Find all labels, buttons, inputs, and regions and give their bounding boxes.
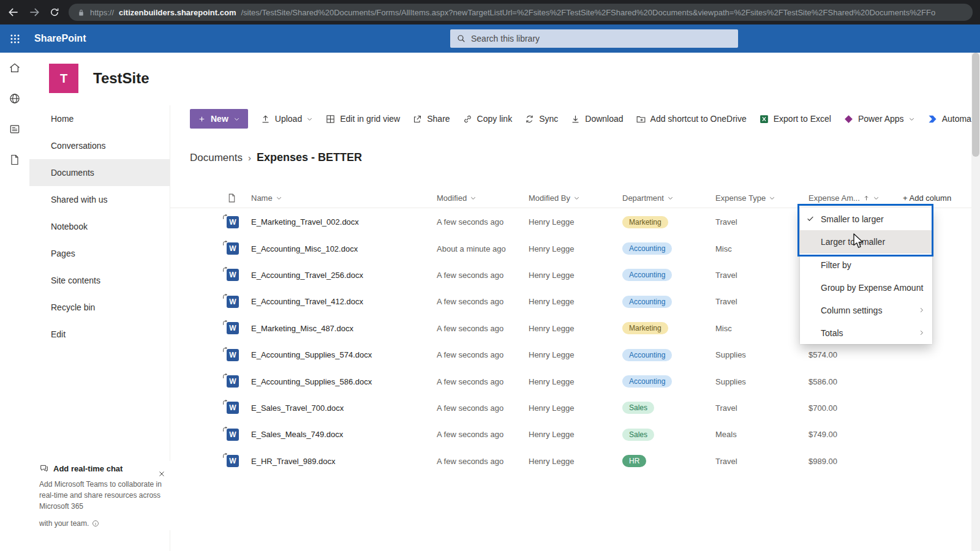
modified-by-cell[interactable]: Henry Legge (529, 271, 622, 280)
close-icon[interactable] (157, 470, 166, 478)
table-row[interactable]: WE_Sales_Meals_749.docxA few seconds ago… (170, 421, 971, 448)
file-name[interactable]: E_Accounting_Travel_412.docx (251, 297, 437, 306)
menu-item-filter-by[interactable]: Filter by (800, 253, 932, 276)
toolbar-automat[interactable]: Automat (927, 114, 971, 124)
table-row[interactable]: WE_HR_Travel_989.docxA few seconds agoHe… (170, 448, 971, 474)
breadcrumb-documents[interactable]: Documents (190, 152, 243, 164)
suite-bar: SharePoint (0, 24, 980, 53)
column-header-name[interactable]: Name (251, 193, 437, 203)
chevron-down-icon (470, 195, 477, 201)
file-name[interactable]: E_Sales_Meals_749.docx (251, 430, 437, 439)
modified-cell: A few seconds ago (437, 350, 529, 359)
automate-icon (927, 114, 938, 124)
sidebar-item-shared-with-us[interactable]: Shared with us (29, 186, 170, 213)
chevron-down-icon (233, 116, 240, 122)
expense-amount-cell: $749.00 (809, 430, 903, 439)
vertical-scrollbar[interactable] (971, 53, 980, 551)
sidebar-item-recycle-bin[interactable]: Recycle bin (29, 294, 170, 321)
menu-item-smaller-to-larger[interactable]: Smaller to larger (800, 208, 932, 230)
file-name[interactable]: E_Accounting_Travel_256.docx (251, 271, 437, 280)
site-title[interactable]: TestSite (93, 70, 149, 87)
app-launcher-icon[interactable] (0, 33, 29, 45)
recent-file-mark-icon (222, 398, 228, 407)
sidebar-item-conversations[interactable]: Conversations (29, 132, 170, 159)
modified-by-cell[interactable]: Henry Legge (529, 217, 622, 227)
toolbar-add-shortcut-to-onedrive[interactable]: Add shortcut to OneDrive (636, 114, 747, 124)
search-input[interactable] (471, 34, 732, 43)
column-label: Modified By (529, 193, 570, 203)
toolbar-automat-label: Automat (942, 114, 971, 124)
add-column-button[interactable]: + Add column (903, 193, 971, 203)
recent-file-mark-icon (222, 265, 228, 274)
toolbar-share[interactable]: Share (412, 114, 450, 124)
menu-item-column-settings[interactable]: Column settings (800, 299, 932, 321)
file-name[interactable]: E_Sales_Travel_700.docx (251, 403, 437, 413)
menu-item-totals[interactable]: Totals (800, 321, 932, 344)
column-header-modified[interactable]: Modified (437, 193, 529, 203)
modified-cell: A few seconds ago (437, 403, 529, 413)
modified-by-cell[interactable]: Henry Legge (529, 350, 622, 359)
sidebar-item-home[interactable]: Home (29, 105, 170, 132)
scrollbar-thumb[interactable] (972, 53, 979, 157)
modified-by-cell[interactable]: Henry Legge (529, 403, 622, 413)
toolbar-copy-link[interactable]: Copy link (462, 114, 513, 124)
sidebar-item-site-contents[interactable]: Site contents (29, 267, 170, 294)
new-button[interactable]: New (190, 109, 248, 129)
table-row[interactable]: WE_Accounting_Supplies_574.docxA few sec… (170, 342, 971, 368)
toolbar-sync[interactable]: Sync (524, 114, 558, 124)
menu-item-group-by-expense-amount[interactable]: Group by Expense Amount (800, 276, 932, 299)
back-icon[interactable] (7, 6, 20, 18)
rail-document-icon[interactable] (0, 144, 29, 175)
file-name[interactable]: E_Accounting_Misc_102.docx (251, 244, 437, 253)
sidebar-item-edit[interactable]: Edit (29, 321, 170, 348)
library-search[interactable] (450, 29, 738, 48)
column-header-modified-by[interactable]: Modified By (529, 193, 622, 203)
column-header-expense-type[interactable]: Expense Type (715, 193, 809, 203)
powerapps-icon (843, 114, 854, 124)
sidebar-item-documents[interactable]: Documents (29, 159, 170, 186)
refresh-icon[interactable] (49, 7, 60, 18)
word-file-icon: W (227, 455, 239, 467)
modified-by-cell[interactable]: Henry Legge (529, 430, 622, 439)
toolbar-edit-in-grid-view[interactable]: Edit in grid view (325, 114, 400, 124)
address-bar[interactable]: https://citizenbuilders.sharepoint.com/s… (69, 4, 973, 21)
recent-file-mark-icon (222, 292, 228, 301)
table-row[interactable]: WE_Accounting_Supplies_586.docxA few sec… (170, 368, 971, 394)
toolbar-upload-label: Upload (275, 114, 302, 124)
menu-item-label: Column settings (821, 305, 882, 315)
column-label: Department (622, 193, 664, 203)
toolbar-export-to-excel[interactable]: Export to Excel (759, 114, 831, 124)
toolbar-upload[interactable]: Upload (260, 114, 313, 124)
sidebar-item-notebook[interactable]: Notebook (29, 213, 170, 240)
site-logo[interactable]: T (49, 64, 78, 93)
sharepoint-logo-text[interactable]: SharePoint (34, 33, 86, 44)
sidebar-item-pages[interactable]: Pages (29, 240, 170, 267)
column-file-type[interactable] (227, 193, 251, 203)
expense-amount-column-menu: Smaller to largerLarger to smallerFilter… (800, 208, 932, 344)
modified-by-cell[interactable]: Henry Legge (529, 244, 622, 253)
column-header-expense-am[interactable]: Expense Am... (809, 193, 903, 203)
rail-globe-icon[interactable] (0, 83, 29, 114)
table-row[interactable]: WE_Sales_Travel_700.docxA few seconds ag… (170, 395, 971, 421)
rail-home-icon[interactable] (0, 53, 29, 83)
modified-by-cell[interactable]: Henry Legge (529, 297, 622, 306)
menu-item-label: Filter by (821, 260, 851, 270)
file-icon (227, 193, 237, 203)
forward-icon[interactable] (28, 6, 40, 18)
file-name[interactable]: E_Marketing_Travel_002.docx (251, 217, 437, 227)
modified-cell: A few seconds ago (437, 324, 529, 333)
info-icon[interactable] (92, 520, 99, 527)
modified-by-cell[interactable]: Henry Legge (529, 457, 622, 466)
toolbar-download[interactable]: Download (570, 114, 623, 124)
toolbar-power-apps[interactable]: Power Apps (843, 114, 915, 124)
menu-item-larger-to-smaller[interactable]: Larger to smaller (800, 230, 932, 253)
file-name[interactable]: E_HR_Travel_989.docx (251, 457, 437, 466)
department-cell: Accounting (622, 242, 715, 255)
modified-by-cell[interactable]: Henry Legge (529, 377, 622, 386)
file-name[interactable]: E_Accounting_Supplies_574.docx (251, 350, 437, 359)
modified-by-cell[interactable]: Henry Legge (529, 324, 622, 333)
file-name[interactable]: E_Marketing_Misc_487.docx (251, 324, 437, 333)
column-header-department[interactable]: Department (622, 193, 715, 203)
rail-news-icon[interactable] (0, 114, 29, 144)
file-name[interactable]: E_Accounting_Supplies_586.docx (251, 377, 437, 386)
